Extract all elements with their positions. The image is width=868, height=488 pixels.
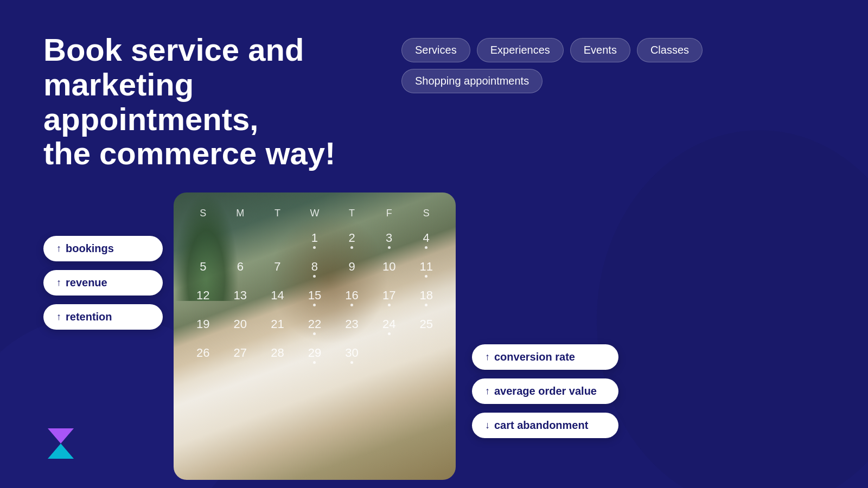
calendar-cell: 7 [259,254,296,283]
badge-conversion-rate: ↑conversion rate [472,344,618,370]
calendar-cell: 17 [371,283,408,312]
calendar-day-label: F [371,206,408,221]
calendar-day-label: T [333,206,371,221]
calendar-day-label: T [259,206,296,221]
tag-experiences[interactable]: Experiences [477,38,564,62]
calendar-cell: 19 [184,312,222,341]
arrow-icon: ↑ [485,386,490,397]
calendar-cell: 6 [222,254,259,283]
calendar-cell: 14 [259,283,296,312]
badge-revenue: ↑revenue [43,270,163,296]
calendar-cell: 3 [371,226,408,254]
calendar-day-label: S [407,206,445,221]
left-badges: ↑bookings↑revenue↑retention [43,192,174,330]
badge-label: conversion rate [494,351,575,363]
calendar-cell: 5 [184,254,222,283]
main-headline: Book service and marketing appointments,… [43,33,380,171]
calendar-cell [222,226,259,254]
badge-label: revenue [66,277,107,289]
calendar-day-label: W [296,206,334,221]
right-badges: ↑conversion rate↑average order value↓car… [456,192,618,438]
calendar-cell: 10 [371,254,408,283]
calendar-cell: 24 [371,312,408,341]
badge-label: cart abandonment [494,419,588,432]
calendar-day-headers: SMTWTFS [184,206,445,221]
main-section: ↑bookings↑revenue↑retention SMTWTFS 1234… [43,192,825,480]
calendar-cell [184,226,222,254]
badge-label: retention [66,311,112,323]
tag-classes[interactable]: Classes [637,38,703,62]
tags-row: ServicesExperiencesEventsClassesShopping… [401,38,825,93]
calendar-cell: 23 [333,312,371,341]
calendar-cell [371,341,408,369]
calendar-widget: SMTWTFS 12345678910111213141516171819202… [174,192,456,480]
badge-retention: ↑retention [43,304,163,330]
tag-shopping-appointments[interactable]: Shopping appointments [401,69,542,93]
calendar-cell: 28 [259,341,296,369]
arrow-icon: ↑ [56,311,61,323]
badge-cart-abandonment: ↓cart abandonment [472,413,618,438]
calendar-overlay: SMTWTFS 12345678910111213141516171819202… [174,192,456,480]
calendar-day-label: M [222,206,259,221]
calendar-cell: 18 [407,283,445,312]
calendar-cell: 25 [407,312,445,341]
arrow-icon: ↓ [485,420,490,431]
tags-container: ServicesExperiencesEventsClassesShopping… [401,33,825,93]
calendar-cell: 11 [407,254,445,283]
calendar-cell: 9 [333,254,371,283]
calendar-cell: 16 [333,283,371,312]
calendar-cell: 8 [296,254,334,283]
calendar-cell: 12 [184,283,222,312]
badge-bookings: ↑bookings [43,236,163,261]
calendar-cell: 1 [296,226,334,254]
badge-average-order-value: ↑average order value [472,378,618,404]
calendar-grid: 1234567891011121314151617181920212223242… [184,226,445,369]
tag-services[interactable]: Services [401,38,470,62]
calendar-cell: 22 [296,312,334,341]
calendar-cell: 26 [184,341,222,369]
calendar-day-label: S [184,206,222,221]
tag-events[interactable]: Events [570,38,630,62]
calendar-cell: 20 [222,312,259,341]
header-section: Book service and marketing appointments,… [43,33,825,171]
calendar-cell: 30 [333,341,371,369]
arrow-icon: ↑ [485,351,490,363]
calendar-cell: 4 [407,226,445,254]
arrow-icon: ↑ [56,277,61,288]
badge-label: average order value [494,385,597,397]
badge-label: bookings [66,242,114,255]
calendar-cell: 13 [222,283,259,312]
calendar-cell: 29 [296,341,334,369]
calendar-cell: 27 [222,341,259,369]
calendar-cell [259,226,296,254]
arrow-icon: ↑ [56,243,61,254]
calendar-cell [407,341,445,369]
calendar-cell: 21 [259,312,296,341]
calendar-cell: 2 [333,226,371,254]
calendar-cell: 15 [296,283,334,312]
